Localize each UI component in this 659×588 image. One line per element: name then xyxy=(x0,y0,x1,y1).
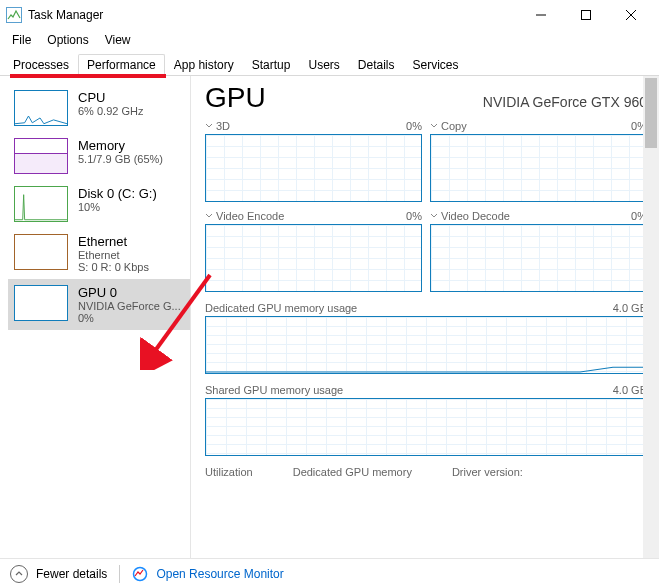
close-button[interactable] xyxy=(608,0,653,30)
sidebar: CPU 6% 0.92 GHz Memory 5.1/7.9 GB (65%) … xyxy=(0,76,190,558)
menu-options[interactable]: Options xyxy=(39,31,96,49)
tab-performance[interactable]: Performance xyxy=(78,54,165,76)
fewer-details-label[interactable]: Fewer details xyxy=(36,567,107,581)
chart-vd-label: Video Decode xyxy=(441,210,510,222)
sidebar-item-cpu[interactable]: CPU 6% 0.92 GHz xyxy=(8,84,190,132)
chart-copy-label: Copy xyxy=(441,120,467,132)
scrollbar[interactable] xyxy=(643,76,659,558)
chevron-down-icon xyxy=(205,120,213,132)
gpu-stats-row: Utilization Dedicated GPU memory Driver … xyxy=(205,466,647,478)
resource-monitor-icon[interactable] xyxy=(132,566,148,582)
sidebar-cpu-name: CPU xyxy=(78,90,143,105)
tab-services[interactable]: Services xyxy=(404,54,468,75)
memory-thumb xyxy=(14,138,68,174)
sidebar-gpu-sub: NVIDIA GeForce G... xyxy=(78,300,181,312)
window-title: Task Manager xyxy=(28,8,103,22)
divider xyxy=(119,565,120,583)
sidebar-item-disk[interactable]: Disk 0 (C: G:) 10% xyxy=(8,180,190,228)
stat-driver: Driver version: xyxy=(452,466,523,478)
menu-file[interactable]: File xyxy=(4,31,39,49)
sidebar-ethernet-name: Ethernet xyxy=(78,234,149,249)
fewer-details-icon[interactable] xyxy=(10,565,28,583)
chart-copy[interactable]: Copy 0% xyxy=(430,120,647,202)
menu-view[interactable]: View xyxy=(97,31,139,49)
chart-copy-canvas xyxy=(430,134,647,202)
content-area: GPU NVIDIA GeForce GTX 960 3D 0% Copy 0% xyxy=(190,76,659,558)
chart-ve-label: Video Encode xyxy=(216,210,284,222)
tab-strip: Processes Performance App history Startu… xyxy=(0,50,659,76)
sidebar-cpu-sub: 6% 0.92 GHz xyxy=(78,105,143,117)
chevron-down-icon xyxy=(430,120,438,132)
annotation-underline xyxy=(10,74,166,78)
tab-startup[interactable]: Startup xyxy=(243,54,300,75)
gpu-title: GPU xyxy=(205,82,266,114)
chart-3d-label: 3D xyxy=(216,120,230,132)
dedicated-value: 4.0 GB xyxy=(613,302,647,314)
sidebar-item-gpu[interactable]: GPU 0 NVIDIA GeForce G... 0% xyxy=(8,279,190,330)
stat-utilization: Utilization xyxy=(205,466,253,478)
titlebar[interactable]: Task Manager xyxy=(0,0,659,30)
gpu-model: NVIDIA GeForce GTX 960 xyxy=(483,94,647,110)
chevron-down-icon xyxy=(205,210,213,222)
minimize-button[interactable] xyxy=(518,0,563,30)
tab-processes[interactable]: Processes xyxy=(4,54,78,75)
sidebar-gpu-sub2: 0% xyxy=(78,312,181,324)
ethernet-thumb xyxy=(14,234,68,270)
sidebar-item-memory[interactable]: Memory 5.1/7.9 GB (65%) xyxy=(8,132,190,180)
chart-shared-mem: Shared GPU memory usage 4.0 GB xyxy=(205,384,647,456)
bottom-bar: Fewer details Open Resource Monitor xyxy=(0,558,659,588)
sidebar-disk-sub: 10% xyxy=(78,201,157,213)
sidebar-gpu-name: GPU 0 xyxy=(78,285,181,300)
chart-ve-value: 0% xyxy=(406,210,422,222)
chart-dedicated-mem: Dedicated GPU memory usage 4.0 GB xyxy=(205,302,647,374)
task-manager-icon xyxy=(6,7,22,23)
chart-dedicated-canvas xyxy=(205,316,647,374)
sidebar-memory-sub: 5.1/7.9 GB (65%) xyxy=(78,153,163,165)
tab-app-history[interactable]: App history xyxy=(165,54,243,75)
scrollbar-thumb[interactable] xyxy=(645,78,657,148)
chart-video-decode[interactable]: Video Decode 0% xyxy=(430,210,647,292)
shared-value: 4.0 GB xyxy=(613,384,647,396)
chart-video-encode[interactable]: Video Encode 0% xyxy=(205,210,422,292)
sidebar-ethernet-sub: Ethernet xyxy=(78,249,149,261)
dedicated-label: Dedicated GPU memory usage xyxy=(205,302,357,314)
chart-3d-value: 0% xyxy=(406,120,422,132)
tab-details[interactable]: Details xyxy=(349,54,404,75)
shared-label: Shared GPU memory usage xyxy=(205,384,343,396)
sidebar-item-ethernet[interactable]: Ethernet Ethernet S: 0 R: 0 Kbps xyxy=(8,228,190,279)
stat-dedicated: Dedicated GPU memory xyxy=(293,466,412,478)
open-resource-monitor-link[interactable]: Open Resource Monitor xyxy=(156,567,283,581)
chevron-down-icon xyxy=(430,210,438,222)
cpu-thumb xyxy=(14,90,68,126)
chart-vd-canvas xyxy=(430,224,647,292)
chart-ve-canvas xyxy=(205,224,422,292)
gpu-thumb xyxy=(14,285,68,321)
chart-3d-canvas xyxy=(205,134,422,202)
maximize-button[interactable] xyxy=(563,0,608,30)
disk-thumb xyxy=(14,186,68,222)
chart-3d[interactable]: 3D 0% xyxy=(205,120,422,202)
tab-users[interactable]: Users xyxy=(299,54,348,75)
sidebar-memory-name: Memory xyxy=(78,138,163,153)
chart-shared-canvas xyxy=(205,398,647,456)
sidebar-disk-name: Disk 0 (C: G:) xyxy=(78,186,157,201)
menubar: File Options View xyxy=(0,30,659,50)
svg-rect-2 xyxy=(581,11,590,20)
sidebar-ethernet-sub2: S: 0 R: 0 Kbps xyxy=(78,261,149,273)
